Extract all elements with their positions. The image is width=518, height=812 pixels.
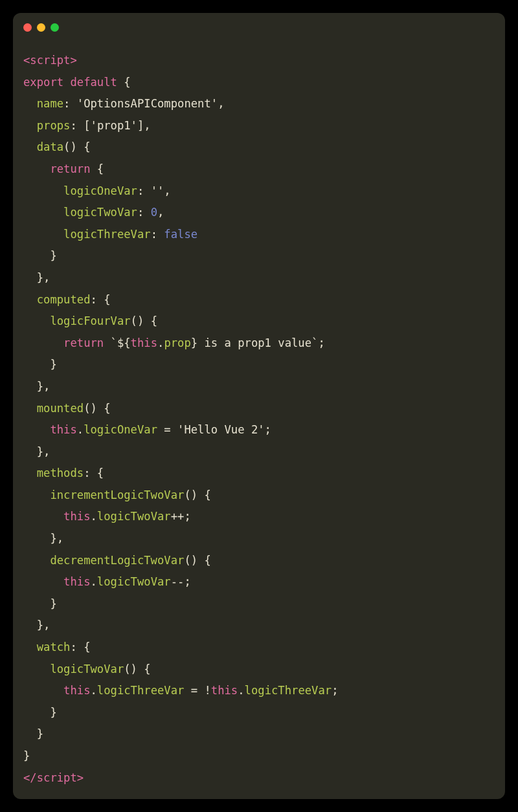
- d-logicThreeVal: false: [164, 228, 197, 241]
- prop-computed: computed: [37, 293, 91, 306]
- window-titlebar: [13, 13, 505, 37]
- prop-name: name: [37, 97, 63, 110]
- val-name: 'OptionsAPIComponent': [77, 97, 218, 110]
- c-prop: prop: [164, 336, 190, 349]
- c-logicFourVar: logicFourVar: [50, 314, 130, 327]
- w-logicTwoVar: logicTwoVar: [50, 663, 124, 675]
- kw-export: export: [23, 76, 63, 89]
- prop-watch: watch: [37, 641, 71, 653]
- val-props: 'prop1': [91, 119, 137, 132]
- tag-close: </script>: [23, 771, 84, 784]
- prop-data: data: [37, 140, 63, 153]
- kw-this-6: this: [211, 684, 238, 697]
- w-logicThreeVar-1: logicThreeVar: [97, 684, 185, 697]
- prop-mounted: mounted: [37, 402, 84, 415]
- kw-this-4: this: [63, 575, 90, 588]
- kw-default: default: [70, 76, 117, 89]
- d-logicTwoVar: logicTwoVar: [63, 206, 137, 219]
- kw-this-5: this: [63, 684, 90, 697]
- me-decr: decrementLogicTwoVar: [50, 554, 184, 567]
- close-icon[interactable]: [23, 23, 32, 32]
- me-incr: incrementLogicTwoVar: [50, 488, 184, 501]
- editor-window: <script> export default { name: 'Options…: [13, 13, 505, 799]
- minimize-icon[interactable]: [37, 23, 45, 32]
- d-logicThreeVar: logicThreeVar: [63, 228, 151, 241]
- m-string: 'Hello Vue 2': [177, 423, 265, 436]
- prop-props: props: [37, 119, 71, 132]
- kw-return-2: return: [63, 336, 104, 349]
- c-template-text: is a prop1 value: [197, 336, 311, 349]
- kw-this-1: this: [131, 336, 157, 349]
- me-logicTwoVar-2: logicTwoVar: [97, 575, 171, 588]
- prop-methods: methods: [37, 466, 84, 479]
- d-logicTwoVal: 0: [151, 206, 157, 219]
- maximize-icon[interactable]: [51, 23, 59, 32]
- kw-return-1: return: [50, 162, 90, 175]
- me-logicTwoVar-1: logicTwoVar: [97, 510, 171, 523]
- m-logicOneVar: logicOneVar: [84, 423, 157, 436]
- w-logicThreeVar-2: logicThreeVar: [245, 684, 332, 697]
- tag-open: <script>: [23, 54, 77, 67]
- kw-this-3: this: [63, 510, 90, 523]
- kw-this-2: this: [50, 423, 76, 436]
- code-block: <script> export default { name: 'Options…: [13, 37, 505, 799]
- d-logicOneVar: logicOneVar: [63, 184, 137, 197]
- d-logicOneVal: '': [151, 184, 164, 197]
